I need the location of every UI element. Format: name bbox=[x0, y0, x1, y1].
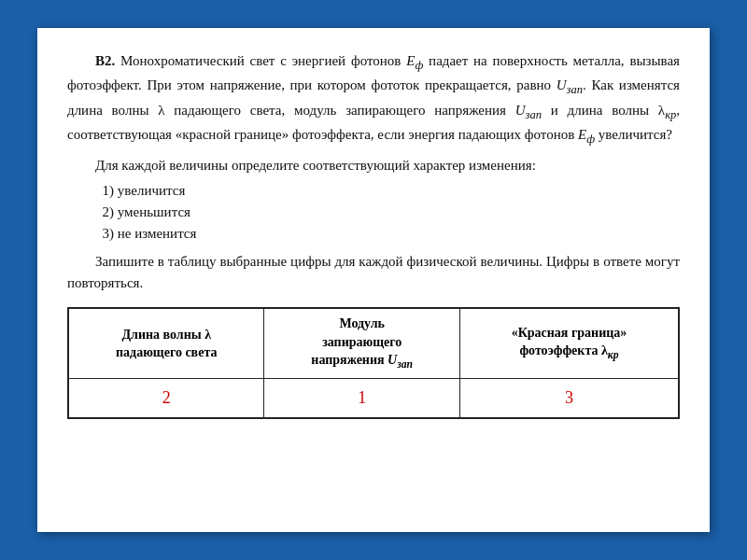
instruction2-paragraph: Запишите в таблицу выбранные цифры для к… bbox=[67, 251, 680, 295]
list-item-3: 3) не изменится bbox=[103, 223, 681, 245]
problem-number: В2. bbox=[95, 53, 115, 68]
problem-card: В2. Монохроматический свет с энергией фо… bbox=[37, 28, 710, 532]
answer-lambda: 2 bbox=[68, 379, 264, 418]
col-header-lambda: Длина волны λпадающего света bbox=[68, 308, 264, 379]
col-header-u: Модульзапирающегонапряжения Uзап bbox=[264, 308, 460, 379]
answer-lambda-kr: 3 bbox=[459, 379, 679, 418]
list-item-2: 2) уменьшится bbox=[103, 202, 681, 223]
change-list: 1) увеличится 2) уменьшится 3) не измени… bbox=[103, 180, 681, 245]
list-item-1: 1) увеличится bbox=[103, 180, 681, 202]
answer-u: 1 bbox=[264, 379, 460, 418]
instruction-paragraph: Для каждой величины определите соответст… bbox=[67, 155, 680, 176]
answer-table: Длина волны λпадающего света Модульзапир… bbox=[67, 307, 680, 419]
problem-paragraph-1: В2. Монохроматический свет с энергией фо… bbox=[67, 50, 680, 149]
answer-table-wrapper: Длина волны λпадающего света Модульзапир… bbox=[67, 307, 680, 419]
col-header-lambda-kr: «Красная граница»фотоэффекта λкр bbox=[459, 308, 679, 379]
